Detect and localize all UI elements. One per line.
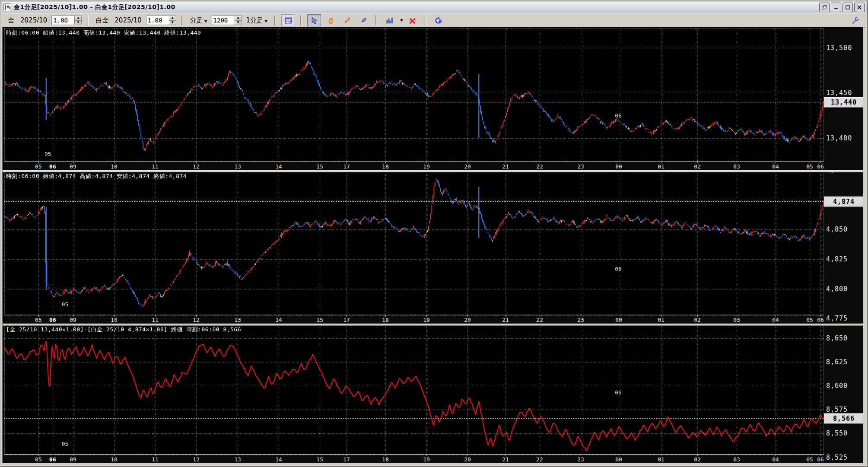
bar-count-up[interactable]: ▲ <box>235 16 242 20</box>
gold-multiplier-spinner[interactable]: ▲ ▼ <box>51 16 82 25</box>
platinum-chart-canvas[interactable] <box>4 172 824 315</box>
chevron-down-icon: ▼ <box>204 19 207 23</box>
separator <box>181 15 183 25</box>
gold-price-axis: 13,440 13,50013,45013,400 <box>824 28 863 170</box>
window-layers-button[interactable] <box>819 3 830 12</box>
title-bar[interactable]: 金1分足[2025/10]1.00 - 白金1分足[2025/10]1.00 <box>2 2 866 13</box>
time-axis-label: 02 <box>694 163 701 170</box>
panel-splitter[interactable] <box>3 170 863 172</box>
pencil-tool-button[interactable] <box>340 14 354 26</box>
time-axis-label: 04 <box>772 317 779 323</box>
time-axis-label: 14 <box>275 163 282 170</box>
minimize-icon <box>833 5 839 10</box>
time-axis-label: 06 <box>49 456 56 463</box>
spread-panel: [金 25/10 13,440×1.00]-[白金 25/10 4,874×1.… <box>3 325 863 463</box>
time-axis-label: 15 <box>316 317 323 323</box>
platinum-symbol-label: 白金 <box>95 16 108 25</box>
time-axis-label: 21 <box>502 456 509 463</box>
gold-multiplier-down[interactable]: ▼ <box>74 20 82 25</box>
interval-dropdown[interactable]: 1分足▼ <box>246 16 267 25</box>
time-axis-label: 05 <box>806 163 813 170</box>
time-axis-label: 00 <box>615 456 622 463</box>
price-axis-label: 13,500 <box>826 44 852 52</box>
app-window: 金1分足[2025/10]1.00 - 白金1分足[2025/10]1.00 <box>0 0 868 467</box>
time-axis-label: 09 <box>70 163 76 170</box>
gold-time-axis: 0506091011121314151718192021222300010203… <box>4 162 824 171</box>
time-axis-label: 22 <box>536 317 543 323</box>
time-axis-label: 12 <box>193 456 200 463</box>
separator <box>274 15 276 25</box>
bar-chart-icon <box>385 16 394 25</box>
close-button[interactable] <box>854 3 865 12</box>
time-axis-label: 22 <box>536 163 543 170</box>
brush-tool-button[interactable] <box>356 14 370 26</box>
chart-setup-button[interactable] <box>281 14 295 26</box>
time-axis-label: 20 <box>464 317 471 323</box>
spread-time-axis: 0506091011121314151718192021222300010203… <box>4 454 824 463</box>
time-axis-label: 17 <box>343 163 350 170</box>
platinum-multiplier-up[interactable]: ▲ <box>169 16 176 20</box>
time-axis-label: 10 <box>111 163 118 170</box>
gold-multiplier-up[interactable]: ▲ <box>74 16 82 20</box>
time-axis-label: 05 <box>806 317 813 323</box>
platinum-last-price-badge: 4,874 <box>824 197 863 207</box>
chart-delete-icon <box>408 16 417 25</box>
panel-splitter[interactable] <box>3 324 863 326</box>
price-axis-label: 4,825 <box>826 255 848 263</box>
time-axis-label: 09 <box>70 456 76 463</box>
day-marker-label: 06 <box>615 112 622 119</box>
minimize-button[interactable] <box>831 3 841 12</box>
time-axis-label: 23 <box>577 163 584 170</box>
pan-tool-button[interactable] <box>324 14 337 26</box>
time-axis-label: 12 <box>193 317 200 323</box>
indicator-dropdown-arrow[interactable]: ▼ <box>400 18 403 22</box>
time-axis-label: 10 <box>111 456 118 463</box>
time-axis-label: 17 <box>343 317 350 323</box>
time-axis-label: 06 <box>817 317 824 323</box>
day-marker-label: 06 <box>615 266 622 272</box>
time-axis-label: 18 <box>382 317 389 323</box>
gold-multiplier-input[interactable] <box>51 16 74 25</box>
platinum-multiplier-spinner[interactable]: ▲ ▼ <box>146 16 176 25</box>
price-axis-label: 8,550 <box>826 429 848 437</box>
gold-panel: 時刻:06:00 始値:13,440 高値:13,440 安値:13,440 終… <box>3 28 863 170</box>
pencil-icon <box>343 16 351 25</box>
indicator-chart-button[interactable] <box>382 14 396 26</box>
time-axis-label: 09 <box>70 317 76 323</box>
day-marker-label: 05 <box>62 301 69 308</box>
maximize-button[interactable] <box>843 3 853 12</box>
select-tool-button[interactable] <box>307 14 321 26</box>
time-axis-label: 17 <box>343 456 350 463</box>
time-axis-label: 13 <box>234 163 241 170</box>
separator <box>425 15 426 25</box>
remove-chart-button[interactable] <box>406 14 420 26</box>
window-title: 金1分足[2025/10]1.00 - 白金1分足[2025/10]1.00 <box>14 3 175 11</box>
time-axis-label: 14 <box>275 456 282 463</box>
hand-icon <box>327 16 335 25</box>
spread-chart-canvas[interactable] <box>4 325 824 454</box>
bar-type-dropdown[interactable]: 分足▼ <box>190 16 207 25</box>
time-axis-label: 18 <box>382 163 389 170</box>
gold-chart-canvas[interactable] <box>4 28 824 162</box>
time-axis-label: 11 <box>152 317 159 323</box>
time-axis-label: 04 <box>772 163 779 170</box>
spread-price-axis: 8,566 8,6508,6258,6008,5758,5508,525 <box>824 325 863 463</box>
platinum-multiplier-down[interactable]: ▼ <box>169 20 176 25</box>
close-icon <box>857 5 862 10</box>
price-axis-label: 8,575 <box>826 406 848 413</box>
cursor-icon <box>310 16 318 25</box>
reload-button[interactable]: R <box>432 14 445 26</box>
settings-wrench-button[interactable] <box>848 14 862 26</box>
price-axis-label: 8,525 <box>826 454 848 461</box>
time-axis-label: 18 <box>382 456 389 463</box>
bar-count-spinner[interactable]: ▲ ▼ <box>212 16 242 25</box>
bar-count-input[interactable] <box>212 16 235 25</box>
platinum-time-axis: 0506091011121314151718192021222300010203… <box>4 315 824 324</box>
time-axis-label: 03 <box>733 456 740 463</box>
platinum-multiplier-input[interactable] <box>146 16 169 25</box>
price-axis-label: 8,625 <box>826 358 848 366</box>
time-axis-label: 23 <box>577 456 584 463</box>
spread-formula-readout: [金 25/10 13,440×1.00]-[白金 25/10 4,874×1.… <box>6 326 241 334</box>
time-axis-label: 05 <box>35 317 42 323</box>
bar-count-down[interactable]: ▼ <box>235 20 242 25</box>
